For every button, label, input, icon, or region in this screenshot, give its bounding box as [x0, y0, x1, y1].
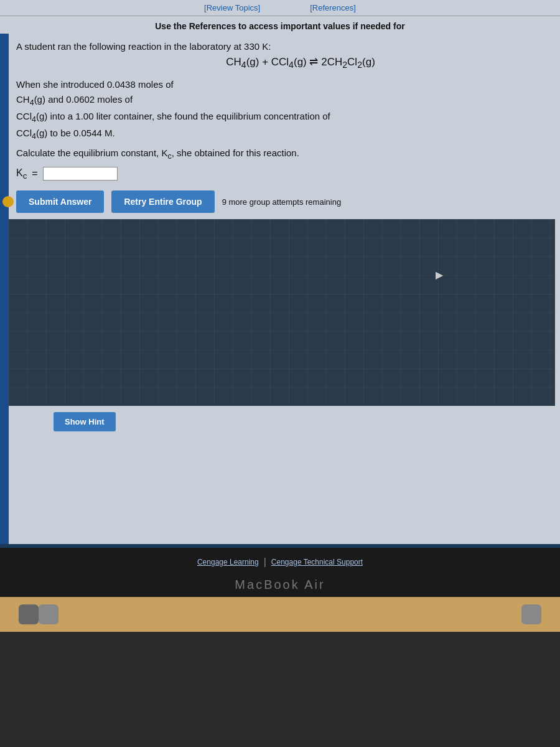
buttons-row: Submit Answer Retry Entire Group 9 more … — [16, 190, 548, 213]
macbook-label: MacBook Air — [6, 578, 554, 592]
sys-icon-1[interactable] — [19, 604, 39, 624]
cursor-arrow: ▶ — [436, 269, 443, 281]
calculate-line: Calculate the equilibrium constant, Kc, … — [16, 148, 548, 161]
sys-icon-2[interactable] — [39, 604, 58, 624]
retry-entire-group-button[interactable]: Retry Entire Group — [111, 190, 214, 213]
use-references-notice: Use the References to access important v… — [0, 16, 560, 34]
kc-answer-input[interactable] — [43, 167, 118, 181]
references-link[interactable]: [References] — [310, 3, 356, 12]
attempts-remaining-text: 9 more group attempts remaining — [222, 197, 341, 207]
system-bar — [0, 597, 560, 632]
kc-equals: = — [32, 168, 37, 179]
problem-body: When she introduced 0.0438 moles of CH4(… — [16, 77, 548, 143]
review-topics-link[interactable]: [Review Topics] — [204, 3, 260, 12]
technical-support-link[interactable]: Cengage Technical Support — [271, 558, 363, 566]
problem-intro: A student ran the following reaction in … — [16, 41, 548, 52]
footer: Cengage Learning | Cengage Technical Sup… — [0, 548, 560, 597]
left-accent-bar — [0, 34, 9, 544]
work-area: ▶ — [9, 219, 555, 406]
submit-button-accent — [2, 196, 14, 207]
cengage-learning-link[interactable]: Cengage Learning — [197, 558, 259, 566]
footer-divider: | — [264, 557, 266, 568]
top-links-bar: [Review Topics] [References] — [0, 0, 560, 16]
hint-button-area: Show Hint — [16, 406, 548, 435]
kc-input-line: Kc = — [16, 167, 548, 181]
show-hint-button[interactable]: Show Hint — [54, 412, 116, 431]
content-bottom-bar — [0, 544, 560, 548]
sys-icon-3[interactable] — [521, 604, 541, 624]
submit-answer-button[interactable]: Submit Answer — [16, 190, 104, 213]
footer-links: Cengage Learning | Cengage Technical Sup… — [6, 557, 554, 568]
kc-label: Kc — [16, 167, 27, 181]
reaction-equation: CH4(g) + CCl4(g) ⇌ 2CH2Cl2(g) — [54, 55, 548, 70]
